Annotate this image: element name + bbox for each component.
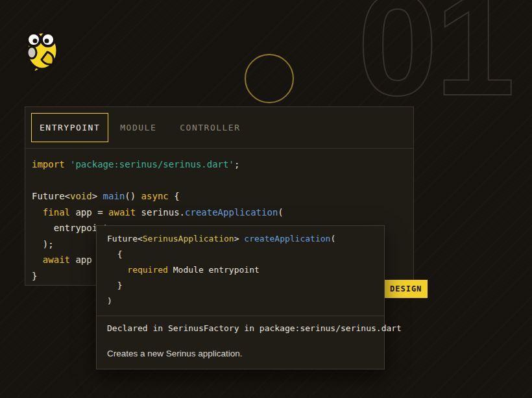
tooltip-declared-in: Declared in SerinusFactory in package:se… [97,316,384,333]
tab-controller[interactable]: CONTROLLER [168,113,252,142]
page: 01 ENTRYPOINT MODULE CONTROLLER import '… [0,0,532,398]
tooltip-signature: Future<SerinusApplication> createApplica… [97,226,384,312]
design-badge[interactable]: DESIGN [384,280,428,298]
bird-mascot-icon [18,23,65,75]
tooltip-description: Creates a new Serinus application. [97,333,384,369]
hover-tooltip: Future<SerinusApplication> createApplica… [96,225,385,369]
decorative-circle [245,54,294,103]
chapter-number: 01 [357,0,513,117]
serinus-bird-logo [18,23,65,75]
tab-entrypoint[interactable]: ENTRYPOINT [31,113,108,142]
tab-module[interactable]: MODULE [108,113,168,142]
editor-tab-bar: ENTRYPOINT MODULE CONTROLLER [25,107,413,149]
